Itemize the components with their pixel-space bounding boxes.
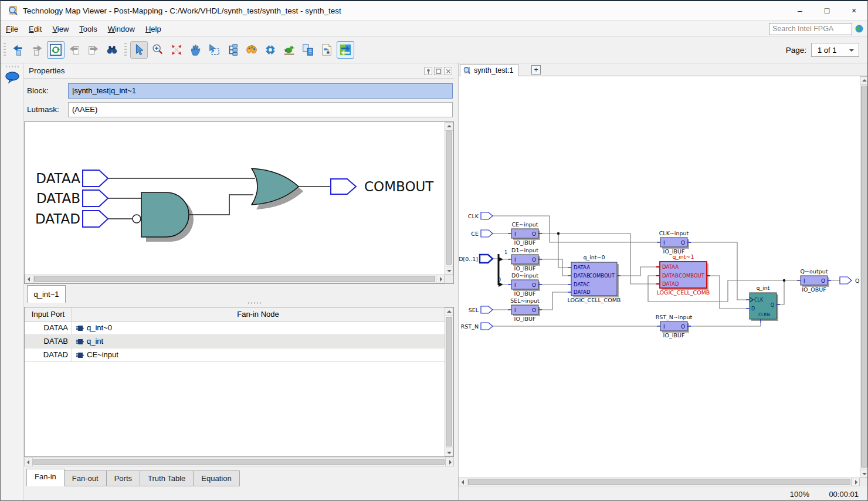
- pin-dataa[interactable]: [83, 170, 108, 187]
- rubber-band-zoom-button[interactable]: [205, 41, 223, 59]
- svg-text:IO_IBUF: IO_IBUF: [514, 265, 536, 272]
- pin-datab[interactable]: [83, 190, 108, 207]
- toolbar-grip[interactable]: [4, 43, 6, 57]
- tab-ports[interactable]: Ports: [107, 470, 140, 486]
- scroll-thumb[interactable]: [33, 459, 445, 465]
- prev-page-button[interactable]: [66, 41, 83, 59]
- pin-datad[interactable]: [83, 211, 108, 227]
- scroll-thumb[interactable]: [861, 86, 867, 468]
- ibuf-ce[interactable]: I O CE~input IO_IBUF: [508, 221, 542, 246]
- splitter-grip[interactable]: [248, 302, 262, 304]
- search-input[interactable]: [769, 23, 852, 35]
- scroll-right-arrow[interactable]: [445, 458, 454, 466]
- close-panel-button[interactable]: [444, 67, 452, 75]
- svg-text:IO_OBUF: IO_OBUF: [802, 286, 826, 293]
- table-row[interactable]: DATAA q_int~0: [25, 321, 445, 335]
- page-select[interactable]: 1 of 1: [811, 43, 859, 57]
- hierarchy-button[interactable]: [224, 41, 242, 59]
- pin-clk[interactable]: [481, 212, 493, 219]
- pin-panel-button[interactable]: [424, 67, 432, 75]
- scroll-up-arrow[interactable]: [445, 307, 453, 316]
- selection-tool-button[interactable]: [130, 41, 148, 59]
- logic-cell-qint0[interactable]: DATAA DATAB DATAC DATAD COMBOUT q_int~0 …: [568, 254, 621, 303]
- pin-q-out[interactable]: [840, 277, 852, 284]
- table-row[interactable]: DATAB q_int: [25, 335, 445, 348]
- fit-window-button[interactable]: [168, 41, 185, 59]
- maximize-button[interactable]: □: [813, 1, 840, 20]
- tab-synth-test[interactable]: synth_test:1: [460, 64, 518, 76]
- ibuf-d1[interactable]: I O D1~input IO_IBUF: [508, 247, 542, 272]
- block-value: |synth_test|q_int~1: [72, 86, 136, 95]
- toolbar-grip[interactable]: [124, 43, 127, 57]
- ibuf-d0[interactable]: I O D0~input IO_IBUF: [508, 272, 542, 297]
- refresh-button[interactable]: [47, 41, 65, 59]
- scroll-left-arrow[interactable]: [459, 478, 467, 486]
- menu-view[interactable]: View: [47, 22, 74, 36]
- ibuf-rst[interactable]: I O RST_N~input IO_IBUF: [656, 314, 693, 338]
- scroll-down-arrow[interactable]: [445, 448, 453, 456]
- cell-preview-canvas[interactable]: DATAA DATAB DATAD COMBOUT: [24, 121, 454, 284]
- lutmask-field[interactable]: (AAEE): [68, 102, 453, 117]
- globe-icon[interactable]: [855, 24, 864, 33]
- pin-rst-n[interactable]: [481, 323, 493, 330]
- block-field[interactable]: |synth_test|q_int~1: [68, 83, 453, 99]
- color-settings-button[interactable]: [243, 41, 260, 59]
- scroll-right-arrow[interactable]: [436, 275, 445, 283]
- scroll-up-arrow[interactable]: [860, 76, 868, 85]
- dff-qint[interactable]: CLK D Q CLRN q_int: [746, 285, 780, 323]
- obuf-q[interactable]: I O Q~output IO_OBUF: [797, 268, 831, 293]
- scroll-left-arrow[interactable]: [25, 275, 33, 283]
- preview-tab-qint1[interactable]: q_int~1: [27, 285, 66, 303]
- strip-grip[interactable]: [6, 66, 19, 67]
- svg-text:D0~input: D0~input: [511, 272, 538, 279]
- nav-back-button[interactable]: [9, 41, 27, 59]
- note-bubble-icon[interactable]: [4, 71, 21, 84]
- menu-file[interactable]: File: [1, 22, 23, 36]
- tab-equation[interactable]: Equation: [194, 470, 239, 486]
- table-row[interactable]: DATAD CE~input: [25, 348, 445, 362]
- close-button[interactable]: ×: [840, 1, 867, 20]
- birds-eye-view-button[interactable]: [280, 41, 298, 59]
- scroll-thumb[interactable]: [34, 276, 435, 282]
- settings-button[interactable]: [262, 41, 279, 59]
- scroll-up-arrow[interactable]: [445, 122, 453, 131]
- scroll-down-arrow[interactable]: [445, 266, 453, 275]
- minimize-button[interactable]: –: [786, 1, 813, 20]
- scroll-thumb[interactable]: [446, 131, 452, 265]
- zoom-tool-button[interactable]: [149, 41, 167, 59]
- netlist-sync-button[interactable]: [299, 41, 317, 59]
- scroll-down-arrow[interactable]: [860, 469, 868, 478]
- ibuf-clk[interactable]: I O CLK~input IO_IBUF: [657, 230, 691, 255]
- scroll-thumb[interactable]: [446, 317, 452, 446]
- pin-icon: [426, 69, 431, 74]
- new-tab-button[interactable]: +: [531, 65, 541, 75]
- svg-text:DATAA: DATAA: [574, 265, 590, 270]
- schematic-export-button[interactable]: [318, 41, 335, 59]
- next-page-button[interactable]: [84, 41, 102, 59]
- scroll-right-arrow[interactable]: [851, 478, 860, 486]
- pin-sel[interactable]: [481, 306, 493, 313]
- menu-help[interactable]: Help: [140, 22, 167, 36]
- tab-truth-table[interactable]: Truth Table: [140, 470, 194, 486]
- float-panel-button[interactable]: [434, 67, 442, 75]
- menu-window[interactable]: Window: [103, 22, 140, 36]
- tab-fan-out[interactable]: Fan-out: [65, 470, 107, 486]
- pin-d-bus[interactable]: [480, 255, 493, 263]
- find-button[interactable]: [103, 41, 121, 59]
- menu-tools[interactable]: Tools: [74, 22, 102, 36]
- logic-cell-qint1-selected[interactable]: DATAA DATAB DATAD COMBOUT q_int~1 LOGIC_…: [656, 253, 710, 296]
- menu-edit[interactable]: Edit: [23, 22, 47, 36]
- ibuf-sel[interactable]: I O SEL~input IO_IBUF: [508, 297, 542, 322]
- scroll-left-arrow[interactable]: [24, 458, 33, 466]
- pin-ce[interactable]: [481, 230, 493, 237]
- row-node: q_int~0: [87, 321, 112, 334]
- scroll-thumb[interactable]: [468, 479, 850, 485]
- and-gate[interactable]: [141, 192, 189, 237]
- hand-tool-button[interactable]: [187, 41, 204, 59]
- tab-fan-in[interactable]: Fan-in: [26, 469, 65, 486]
- nav-forward-button[interactable]: [28, 41, 46, 59]
- pin-combout[interactable]: [331, 179, 356, 194]
- left-tool-strip: [1, 63, 24, 501]
- svg-text:I: I: [514, 282, 516, 288]
- cross-probe-button[interactable]: [337, 41, 354, 59]
